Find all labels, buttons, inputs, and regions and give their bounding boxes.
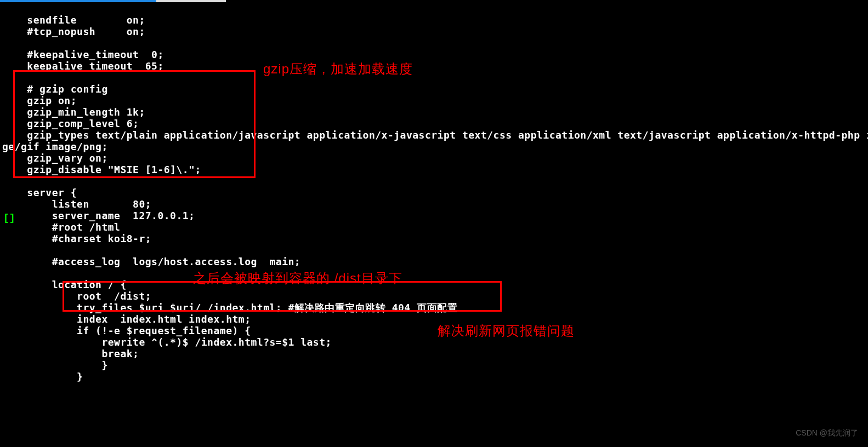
annotation-label-gzip: gzip压缩，加速加载速度 [263, 60, 413, 78]
annotation-label-refresh: 解决刷新网页报错问题 [438, 322, 575, 340]
terminal-code-block[interactable]: sendfile on; #tcp_nopush on; #keepalive_… [2, 14, 868, 382]
watermark: CSDN @我先润了 [796, 428, 858, 438]
annotation-label-dist: 之后会被映射到容器的 /dist目录下 [193, 270, 402, 287]
cursor-glyph: [] [3, 213, 15, 224]
window-progress-bar [0, 0, 868, 2]
